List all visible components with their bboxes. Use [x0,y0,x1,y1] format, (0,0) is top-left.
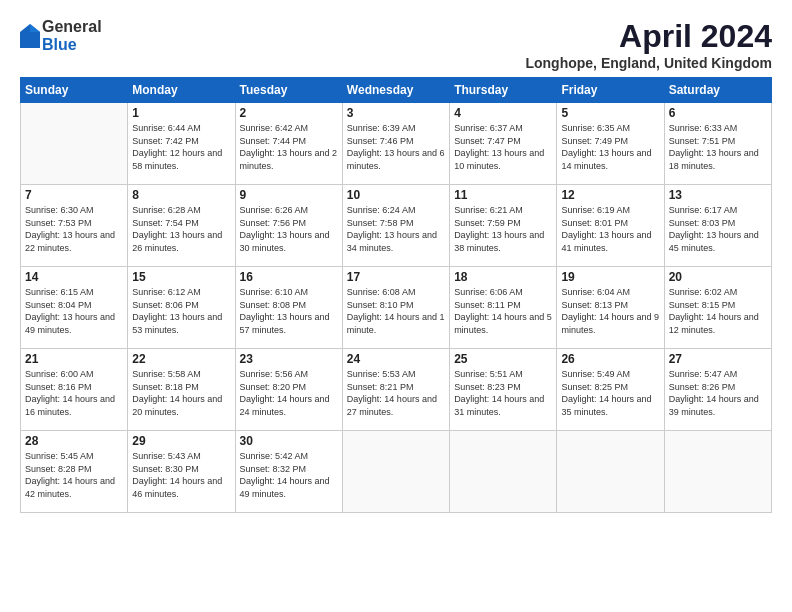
day-info: Sunrise: 5:49 AM Sunset: 8:25 PM Dayligh… [561,368,659,418]
day-cell: 30Sunrise: 5:42 AM Sunset: 8:32 PM Dayli… [235,431,342,513]
day-number: 10 [347,188,445,202]
day-cell: 4Sunrise: 6:37 AM Sunset: 7:47 PM Daylig… [450,103,557,185]
week-row-1: 1Sunrise: 6:44 AM Sunset: 7:42 PM Daylig… [21,103,772,185]
day-number: 9 [240,188,338,202]
day-cell: 7Sunrise: 6:30 AM Sunset: 7:53 PM Daylig… [21,185,128,267]
day-number: 21 [25,352,123,366]
day-cell: 3Sunrise: 6:39 AM Sunset: 7:46 PM Daylig… [342,103,449,185]
day-info: Sunrise: 5:43 AM Sunset: 8:30 PM Dayligh… [132,450,230,500]
day-cell: 18Sunrise: 6:06 AM Sunset: 8:11 PM Dayli… [450,267,557,349]
day-number: 6 [669,106,767,120]
day-info: Sunrise: 6:24 AM Sunset: 7:58 PM Dayligh… [347,204,445,254]
day-number: 20 [669,270,767,284]
day-info: Sunrise: 6:42 AM Sunset: 7:44 PM Dayligh… [240,122,338,172]
day-cell: 1Sunrise: 6:44 AM Sunset: 7:42 PM Daylig… [128,103,235,185]
day-number: 14 [25,270,123,284]
day-info: Sunrise: 6:37 AM Sunset: 7:47 PM Dayligh… [454,122,552,172]
day-cell [664,431,771,513]
day-cell: 28Sunrise: 5:45 AM Sunset: 8:28 PM Dayli… [21,431,128,513]
day-header-friday: Friday [557,78,664,103]
day-cell [450,431,557,513]
day-number: 19 [561,270,659,284]
day-number: 29 [132,434,230,448]
day-info: Sunrise: 6:10 AM Sunset: 8:08 PM Dayligh… [240,286,338,336]
week-row-5: 28Sunrise: 5:45 AM Sunset: 8:28 PM Dayli… [21,431,772,513]
day-cell: 29Sunrise: 5:43 AM Sunset: 8:30 PM Dayli… [128,431,235,513]
day-info: Sunrise: 5:51 AM Sunset: 8:23 PM Dayligh… [454,368,552,418]
day-info: Sunrise: 6:02 AM Sunset: 8:15 PM Dayligh… [669,286,767,336]
day-cell: 11Sunrise: 6:21 AM Sunset: 7:59 PM Dayli… [450,185,557,267]
week-row-2: 7Sunrise: 6:30 AM Sunset: 7:53 PM Daylig… [21,185,772,267]
day-info: Sunrise: 6:33 AM Sunset: 7:51 PM Dayligh… [669,122,767,172]
day-cell: 25Sunrise: 5:51 AM Sunset: 8:23 PM Dayli… [450,349,557,431]
day-number: 2 [240,106,338,120]
day-cell: 8Sunrise: 6:28 AM Sunset: 7:54 PM Daylig… [128,185,235,267]
day-cell: 26Sunrise: 5:49 AM Sunset: 8:25 PM Dayli… [557,349,664,431]
day-info: Sunrise: 5:58 AM Sunset: 8:18 PM Dayligh… [132,368,230,418]
day-number: 4 [454,106,552,120]
day-info: Sunrise: 6:19 AM Sunset: 8:01 PM Dayligh… [561,204,659,254]
week-row-4: 21Sunrise: 6:00 AM Sunset: 8:16 PM Dayli… [21,349,772,431]
title-section: April 2024 Longhope, England, United Kin… [525,18,772,71]
day-cell: 20Sunrise: 6:02 AM Sunset: 8:15 PM Dayli… [664,267,771,349]
day-info: Sunrise: 6:28 AM Sunset: 7:54 PM Dayligh… [132,204,230,254]
day-number: 5 [561,106,659,120]
day-header-thursday: Thursday [450,78,557,103]
day-number: 26 [561,352,659,366]
day-info: Sunrise: 5:53 AM Sunset: 8:21 PM Dayligh… [347,368,445,418]
day-number: 7 [25,188,123,202]
day-info: Sunrise: 6:15 AM Sunset: 8:04 PM Dayligh… [25,286,123,336]
day-number: 11 [454,188,552,202]
day-cell: 27Sunrise: 5:47 AM Sunset: 8:26 PM Dayli… [664,349,771,431]
header-row: SundayMondayTuesdayWednesdayThursdayFrid… [21,78,772,103]
day-cell [557,431,664,513]
day-number: 8 [132,188,230,202]
day-number: 25 [454,352,552,366]
day-info: Sunrise: 5:42 AM Sunset: 8:32 PM Dayligh… [240,450,338,500]
day-info: Sunrise: 6:26 AM Sunset: 7:56 PM Dayligh… [240,204,338,254]
day-cell: 10Sunrise: 6:24 AM Sunset: 7:58 PM Dayli… [342,185,449,267]
day-number: 15 [132,270,230,284]
logo-general: General [42,18,102,36]
day-number: 24 [347,352,445,366]
day-number: 30 [240,434,338,448]
day-number: 17 [347,270,445,284]
week-row-3: 14Sunrise: 6:15 AM Sunset: 8:04 PM Dayli… [21,267,772,349]
day-cell: 14Sunrise: 6:15 AM Sunset: 8:04 PM Dayli… [21,267,128,349]
day-cell: 6Sunrise: 6:33 AM Sunset: 7:51 PM Daylig… [664,103,771,185]
day-info: Sunrise: 5:47 AM Sunset: 8:26 PM Dayligh… [669,368,767,418]
location: Longhope, England, United Kingdom [525,55,772,71]
calendar-table: SundayMondayTuesdayWednesdayThursdayFrid… [20,77,772,513]
day-info: Sunrise: 6:06 AM Sunset: 8:11 PM Dayligh… [454,286,552,336]
page-container: General Blue April 2024 Longhope, Englan… [0,0,792,523]
day-cell [21,103,128,185]
day-cell: 24Sunrise: 5:53 AM Sunset: 8:21 PM Dayli… [342,349,449,431]
day-number: 27 [669,352,767,366]
day-info: Sunrise: 6:30 AM Sunset: 7:53 PM Dayligh… [25,204,123,254]
day-number: 3 [347,106,445,120]
day-cell: 5Sunrise: 6:35 AM Sunset: 7:49 PM Daylig… [557,103,664,185]
month-title: April 2024 [525,18,772,55]
day-cell [342,431,449,513]
day-number: 1 [132,106,230,120]
day-info: Sunrise: 5:45 AM Sunset: 8:28 PM Dayligh… [25,450,123,500]
day-cell: 13Sunrise: 6:17 AM Sunset: 8:03 PM Dayli… [664,185,771,267]
day-cell: 9Sunrise: 6:26 AM Sunset: 7:56 PM Daylig… [235,185,342,267]
day-info: Sunrise: 5:56 AM Sunset: 8:20 PM Dayligh… [240,368,338,418]
svg-marker-1 [30,24,40,32]
day-cell: 21Sunrise: 6:00 AM Sunset: 8:16 PM Dayli… [21,349,128,431]
day-number: 13 [669,188,767,202]
day-cell: 19Sunrise: 6:04 AM Sunset: 8:13 PM Dayli… [557,267,664,349]
day-info: Sunrise: 6:12 AM Sunset: 8:06 PM Dayligh… [132,286,230,336]
logo: General Blue [20,18,102,53]
day-info: Sunrise: 6:04 AM Sunset: 8:13 PM Dayligh… [561,286,659,336]
day-number: 23 [240,352,338,366]
day-header-sunday: Sunday [21,78,128,103]
day-info: Sunrise: 6:21 AM Sunset: 7:59 PM Dayligh… [454,204,552,254]
day-number: 22 [132,352,230,366]
day-number: 28 [25,434,123,448]
day-info: Sunrise: 6:17 AM Sunset: 8:03 PM Dayligh… [669,204,767,254]
header: General Blue April 2024 Longhope, Englan… [20,18,772,71]
logo-text: General Blue [42,18,102,53]
logo-icon [20,24,40,48]
